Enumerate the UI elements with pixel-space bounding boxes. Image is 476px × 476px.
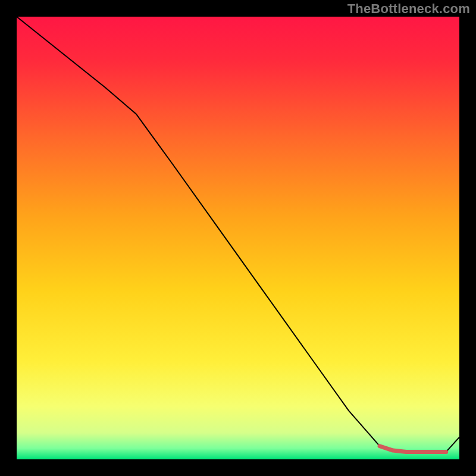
chart-svg bbox=[0, 0, 476, 476]
chart-canvas: TheBottleneck.com bbox=[0, 0, 476, 476]
plot-background bbox=[17, 17, 459, 459]
